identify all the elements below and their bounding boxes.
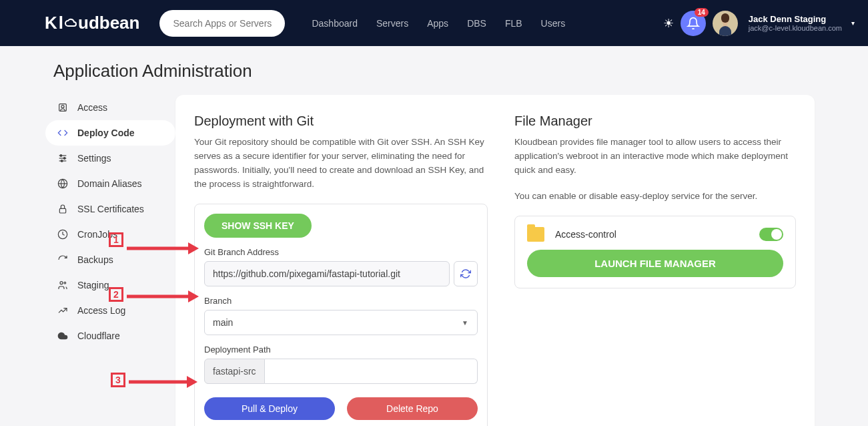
nav-flb[interactable]: FLB bbox=[505, 18, 522, 29]
clock-icon bbox=[57, 229, 68, 240]
folder-icon bbox=[527, 227, 544, 242]
branch-select[interactable]: main bbox=[204, 310, 478, 335]
sidebar-item-ssl[interactable]: SSL Certificates bbox=[45, 196, 175, 222]
main-nav: Dashboard Servers Apps DBS FLB Users bbox=[312, 18, 565, 29]
annotation-box-2: 2 bbox=[109, 287, 123, 302]
user-name: Jack Denn Staging bbox=[749, 14, 842, 24]
theme-toggle-icon[interactable]: ☀ bbox=[663, 16, 674, 31]
settings-icon bbox=[57, 153, 68, 164]
deployment-path-input[interactable] bbox=[265, 359, 478, 384]
git-address-input[interactable] bbox=[204, 261, 450, 286]
globe-icon bbox=[57, 178, 68, 189]
search-box[interactable] bbox=[159, 10, 285, 37]
nav-servers[interactable]: Servers bbox=[376, 18, 408, 29]
show-ssh-key-button[interactable]: SHOW SSH KEY bbox=[204, 214, 312, 238]
sidebar-item-label: SSL Certificates bbox=[77, 204, 144, 214]
annotation-arrow-1 bbox=[127, 242, 199, 254]
pull-deploy-button[interactable]: Pull & Deploy bbox=[204, 397, 335, 420]
sidebar-item-label: Staging bbox=[77, 280, 109, 290]
user-icon bbox=[57, 102, 68, 113]
filemgr-title: File Manager bbox=[514, 114, 796, 129]
chart-icon bbox=[57, 305, 68, 316]
deploy-title: Deployment with Git bbox=[194, 114, 488, 129]
svg-point-9 bbox=[61, 160, 63, 162]
deployment-path-label: Deployment Path bbox=[204, 345, 478, 355]
filemgr-note: You can enable or disable easy-deploy se… bbox=[514, 190, 796, 204]
annotation-arrow-3 bbox=[129, 376, 197, 388]
notification-badge: 14 bbox=[695, 8, 709, 17]
branch-label: Branch bbox=[204, 296, 478, 306]
nav-users[interactable]: Users bbox=[541, 18, 566, 29]
svg-rect-12 bbox=[59, 208, 65, 213]
nav-dashboard[interactable]: Dashboard bbox=[312, 18, 358, 29]
annotation-box-1: 1 bbox=[109, 232, 123, 247]
cloud-icon bbox=[57, 331, 68, 341]
svg-marker-17 bbox=[188, 242, 199, 254]
sidebar-item-domain-aliases[interactable]: Domain Aliases bbox=[45, 171, 175, 196]
main-content: Deployment with Git Your Git repository … bbox=[175, 95, 815, 426]
code-icon bbox=[57, 128, 68, 138]
avatar[interactable] bbox=[713, 11, 738, 36]
svg-point-8 bbox=[63, 158, 65, 160]
sidebar-item-cloudflare[interactable]: Cloudflare bbox=[45, 323, 175, 349]
sidebar-item-settings[interactable]: Settings bbox=[45, 146, 175, 171]
lock-icon bbox=[57, 204, 68, 214]
annotation-box-3: 3 bbox=[111, 373, 125, 387]
nav-dbs[interactable]: DBS bbox=[467, 18, 486, 29]
nav-apps[interactable]: Apps bbox=[427, 18, 448, 29]
deployment-path-prefix: fastapi-src bbox=[204, 359, 265, 384]
access-control-toggle[interactable] bbox=[759, 228, 783, 241]
annotation-arrow-2 bbox=[127, 290, 199, 302]
sidebar-item-deploy-code[interactable]: Deploy Code bbox=[45, 120, 175, 146]
page-title: Application Administration bbox=[0, 46, 868, 95]
user-info[interactable]: Jack Denn Staging jack@c-level.kloudbean… bbox=[749, 14, 842, 32]
notifications-button[interactable]: 14 bbox=[681, 11, 706, 36]
sidebar-item-label: Cloudflare bbox=[77, 331, 120, 341]
bell-icon bbox=[687, 17, 700, 30]
refresh-button[interactable] bbox=[454, 261, 478, 286]
staging-icon bbox=[57, 280, 68, 290]
sidebar-item-label: Domain Aliases bbox=[77, 178, 142, 189]
sidebar-item-access[interactable]: Access bbox=[45, 95, 175, 120]
user-email: jack@c-level.kloudbean.com bbox=[749, 24, 842, 32]
svg-point-14 bbox=[60, 282, 63, 284]
app-header: Kludbean Dashboard Servers Apps DBS FLB … bbox=[0, 0, 868, 46]
sidebar-item-label: Access bbox=[77, 102, 107, 113]
refresh-icon bbox=[460, 268, 471, 279]
sidebar-item-label: Deploy Code bbox=[77, 128, 135, 138]
deploy-desc: Your Git repository should be compatible… bbox=[194, 136, 488, 192]
svg-point-3 bbox=[61, 105, 64, 108]
deploy-form: SHOW SSH KEY Git Branch Address Branch m… bbox=[194, 204, 488, 426]
svg-point-15 bbox=[64, 282, 66, 284]
sidebar-item-label: Backups bbox=[77, 254, 113, 265]
sidebar-item-label: Access Log bbox=[77, 305, 125, 316]
sidebar-item-label: Settings bbox=[77, 153, 111, 164]
svg-point-7 bbox=[60, 155, 62, 157]
backup-icon bbox=[57, 254, 68, 265]
logo: Kludbean bbox=[45, 13, 139, 33]
search-input[interactable] bbox=[173, 18, 272, 29]
filemgr-desc: Kloudbean provides file manager tool to … bbox=[514, 136, 796, 178]
git-address-label: Git Branch Address bbox=[204, 247, 478, 257]
svg-marker-19 bbox=[188, 290, 199, 302]
chevron-down-icon[interactable]: ▾ bbox=[851, 19, 855, 27]
access-control-label: Access-control bbox=[555, 229, 749, 240]
svg-marker-21 bbox=[187, 376, 197, 388]
launch-file-manager-button[interactable]: LAUNCH FILE MANAGER bbox=[527, 250, 783, 277]
delete-repo-button[interactable]: Delete Repo bbox=[347, 397, 478, 420]
